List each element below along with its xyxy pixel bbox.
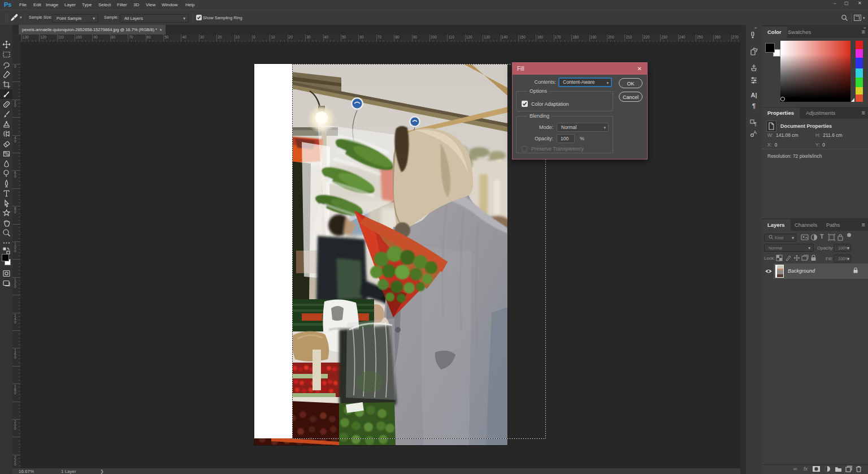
svg-text:A: A <box>753 130 757 135</box>
svg-text:¶: ¶ <box>754 121 757 127</box>
